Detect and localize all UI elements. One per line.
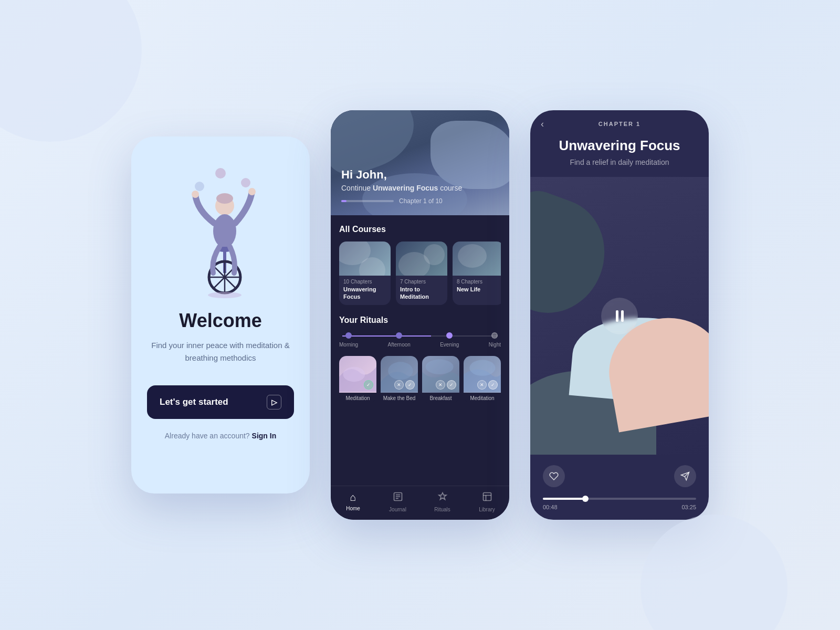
back-button[interactable]: ‹	[541, 119, 544, 130]
svg-point-0	[215, 168, 226, 178]
timeline-evening: Evening	[440, 332, 459, 348]
rituals-grid: ✓ Meditation ✕ ✓	[339, 356, 501, 403]
juggler-illustration	[168, 163, 273, 299]
player-screen: ‹ CHAPTER 1 Unwavering Focus Find a reli…	[530, 110, 709, 520]
ritual-1-check: ✓	[364, 380, 373, 390]
nav-rituals[interactable]: Rituals	[420, 491, 465, 512]
timeline-morning: Morning	[339, 332, 358, 348]
player-subtitle: Find a relief in daily meditation	[546, 158, 693, 166]
greeting-text: Hi John,	[341, 168, 499, 182]
svg-rect-24	[483, 493, 491, 501]
course-1-name: Unwavering Focus	[343, 286, 386, 301]
ritual-4-x: ✕	[477, 380, 487, 390]
signin-link[interactable]: Sign In	[252, 432, 277, 440]
arrow-icon: ▷	[267, 395, 281, 410]
player-header: ‹ CHAPTER 1	[530, 110, 709, 132]
course-1-chapters: 10 Chapters	[343, 279, 386, 285]
svg-point-15	[208, 292, 242, 298]
course-2-name: Intro to Meditation	[400, 286, 443, 301]
hero-banner: Hi John, Continue Unwavering Focus cours…	[331, 110, 509, 215]
svg-point-1	[195, 182, 204, 191]
ritual-thumb-breakfast: ✕ ✓	[422, 356, 459, 393]
svg-point-17	[388, 362, 413, 380]
timeline-night: Night	[489, 332, 501, 348]
ritual-2-check: ✓	[405, 380, 415, 390]
ritual-thumb-makebed: ✕ ✓	[381, 356, 418, 393]
share-button[interactable]	[674, 465, 696, 487]
course-card-3[interactable]: 8 Chapters New Life	[453, 242, 501, 305]
bottom-navigation: ⌂ Home Journal Rituals	[331, 486, 509, 520]
svg-point-6	[192, 191, 199, 198]
audio-progress-track[interactable]	[543, 498, 696, 500]
svg-point-18	[426, 359, 454, 374]
ritual-4-name: Meditation	[464, 393, 501, 403]
course-thumb-2	[396, 242, 447, 276]
time-total: 03:25	[681, 504, 696, 510]
ritual-thumb-meditation: ✓	[339, 356, 376, 393]
course-3-chapters: 8 Chapters	[457, 279, 500, 285]
timeline-afternoon: Afternoon	[387, 332, 410, 348]
svg-point-2	[241, 178, 250, 187]
time-current: 00:48	[543, 504, 558, 510]
svg-point-5	[213, 214, 236, 248]
course-card-1[interactable]: 10 Chapters Unwavering Focus	[339, 242, 391, 305]
nav-journal[interactable]: Journal	[375, 491, 420, 512]
svg-point-19	[469, 360, 495, 375]
course-card-2[interactable]: 7 Chapters Intro to Meditation	[396, 242, 447, 305]
chapter-label: CHAPTER 1	[598, 121, 640, 127]
progress-thumb	[582, 496, 589, 502]
like-button[interactable]	[543, 465, 565, 487]
welcome-subtitle: Find your inner peace with meditation & …	[147, 339, 294, 364]
rituals-icon	[437, 491, 448, 505]
ritual-2-name: Make the Bed	[381, 393, 418, 403]
ritual-thumb-meditation2: ✕ ✓	[464, 356, 501, 393]
ritual-3-name: Breakfast	[422, 393, 459, 403]
rituals-title: Your Rituals	[339, 316, 501, 325]
svg-point-16	[343, 366, 365, 381]
get-started-button[interactable]: Let's get started ▷	[147, 385, 294, 419]
journal-icon	[393, 491, 403, 505]
ritual-card-3[interactable]: ✕ ✓ Breakfast	[422, 356, 459, 403]
courses-list: 10 Chapters Unwavering Focus 7 Chapters …	[339, 242, 501, 305]
welcome-screen: Welcome Find your inner peace with medit…	[131, 136, 310, 494]
course-2-chapters: 7 Chapters	[400, 279, 443, 285]
signin-prompt: Already have an account? Sign In	[165, 432, 276, 440]
home-icon: ⌂	[350, 491, 356, 503]
svg-point-4	[216, 193, 233, 204]
nav-library[interactable]: Library	[465, 491, 509, 512]
course-3-name: New Life	[457, 286, 500, 293]
nav-library-label: Library	[479, 507, 495, 512]
player-artwork	[530, 177, 709, 455]
timeline: Morning Afternoon Evening Night	[339, 332, 501, 348]
all-courses-title: All Courses	[339, 225, 501, 234]
ritual-2-x: ✕	[394, 380, 404, 390]
ritual-card-2[interactable]: ✕ ✓ Make the Bed	[381, 356, 418, 403]
nav-home[interactable]: ⌂ Home	[331, 491, 375, 512]
library-icon	[482, 491, 492, 505]
course-thumb-1	[339, 242, 391, 276]
svg-point-7	[248, 188, 256, 195]
course-thumb-3	[453, 242, 501, 276]
ritual-4-check: ✓	[488, 380, 498, 390]
ritual-3-check: ✓	[447, 380, 456, 390]
welcome-title: Welcome	[179, 310, 261, 332]
ritual-card-1[interactable]: ✓ Meditation	[339, 356, 376, 403]
ritual-1-name: Meditation	[339, 393, 376, 403]
ritual-card-4[interactable]: ✕ ✓ Meditation	[464, 356, 501, 403]
nav-rituals-label: Rituals	[434, 507, 450, 512]
course-progress-bar	[341, 200, 394, 202]
progress-label: Chapter 1 of 10	[399, 197, 443, 205]
nav-home-label: Home	[346, 506, 360, 511]
continue-text: Continue Unwavering Focus course	[341, 184, 499, 192]
nav-journal-label: Journal	[389, 507, 406, 512]
player-title: Unwavering Focus	[546, 138, 693, 154]
main-app-screen: Hi John, Continue Unwavering Focus cours…	[331, 110, 509, 520]
ritual-3-x: ✕	[436, 380, 445, 390]
pause-button[interactable]	[601, 298, 638, 334]
